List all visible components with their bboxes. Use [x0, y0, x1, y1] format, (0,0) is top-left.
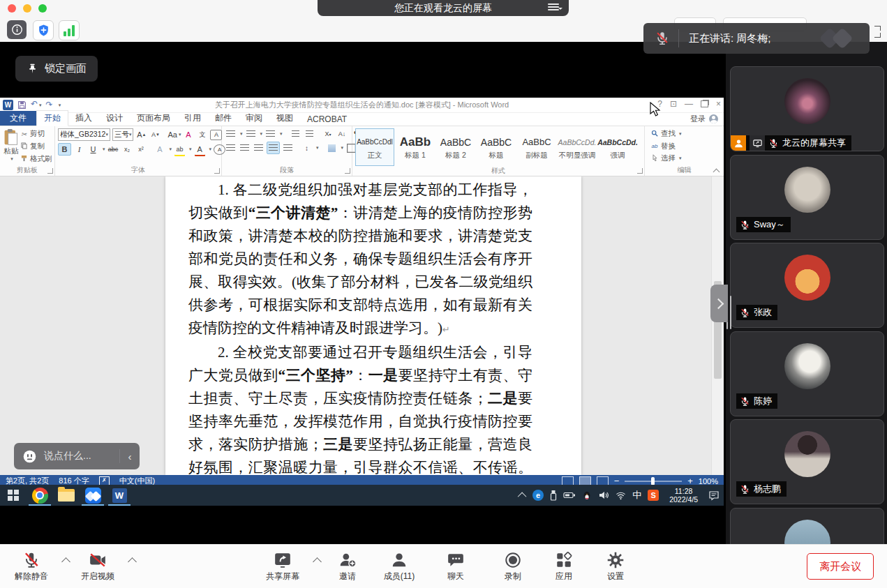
tab-设计[interactable]: 设计 [99, 111, 130, 126]
font-dialog-launcher[interactable] [214, 168, 220, 174]
close-button[interactable]: × [716, 99, 721, 109]
sign-in-label[interactable]: 登录 [690, 114, 706, 124]
usb-icon[interactable] [550, 490, 557, 501]
change-case-button[interactable]: Aa▾ [168, 129, 180, 140]
wifi-icon[interactable] [616, 491, 626, 500]
paragraph-dialog-launcher[interactable] [345, 168, 350, 174]
select-button[interactable]: 选择▾ [650, 153, 718, 163]
chevron-up-icon[interactable] [61, 557, 70, 566]
meeting-security-button[interactable] [33, 20, 54, 40]
decrease-indent-button[interactable] [290, 128, 301, 140]
tab-文件[interactable]: 文件 [0, 111, 36, 126]
shading-button[interactable] [326, 142, 338, 153]
cut-button[interactable]: ✂剪切 [20, 129, 52, 139]
participant-tile[interactable]: 陈婷 [730, 331, 884, 416]
record-button[interactable]: 录制 [485, 550, 541, 582]
tab-审阅[interactable]: 审阅 [239, 111, 269, 126]
chat-quick-input[interactable]: 说点什么... ‹ [14, 443, 140, 469]
collapse-chat-icon[interactable]: ‹ [120, 451, 140, 462]
clipboard-dialog-launcher[interactable] [47, 168, 53, 174]
taskbar-word-button[interactable]: W [106, 485, 133, 506]
style-标题[interactable]: AaBbC标题 [477, 128, 516, 166]
account-icon[interactable] [709, 114, 718, 123]
sort-button[interactable]: A↓ [336, 128, 348, 140]
network-stats-button[interactable] [59, 20, 80, 40]
speaker-icon[interactable] [598, 490, 609, 500]
word-scrollbar[interactable] [711, 176, 724, 475]
hamburger-menu-icon[interactable] [548, 3, 559, 12]
shrink-font-button[interactable]: A▼ [149, 129, 161, 140]
participant-tile[interactable]: 杨志鹏 [730, 419, 884, 504]
line-spacing-button[interactable]: ↕ [301, 142, 313, 153]
align-right-button[interactable] [253, 142, 264, 153]
numbering-button[interactable] [245, 128, 257, 140]
tab-视图[interactable]: 视图 [269, 111, 300, 126]
format-painter-button[interactable]: 格式刷 [20, 154, 52, 164]
taskbar-clock[interactable]: 11:28 2022/4/5 [665, 487, 702, 504]
superscript-button[interactable]: x² [135, 144, 147, 155]
asian-layout-button[interactable]: X▾ [322, 128, 334, 140]
underline-button[interactable]: U [87, 144, 99, 155]
battery-icon[interactable] [563, 491, 576, 499]
sidebar-collapse-button[interactable] [710, 285, 728, 322]
macos-close-button[interactable] [8, 4, 16, 13]
apps-button[interactable]: 应用 [536, 550, 592, 582]
tab-页面布局[interactable]: 页面布局 [130, 111, 177, 126]
restore-button[interactable] [701, 100, 708, 107]
style-副标题[interactable]: AaBbC副标题 [517, 128, 556, 166]
strikethrough-button[interactable]: abc [107, 144, 119, 155]
styles-dialog-launcher[interactable] [637, 168, 643, 174]
document-text[interactable]: 1. 各二级党组织加强对基层党支部的工作指导，切实做到“三个讲清楚”：讲清楚上海… [165, 176, 581, 475]
tab-插入[interactable]: 插入 [68, 111, 99, 126]
bullets-button[interactable] [225, 128, 237, 140]
tab-ACROBAT[interactable]: ACROBAT [300, 113, 354, 126]
leave-meeting-button[interactable]: 离开会议 [807, 553, 874, 580]
tab-邮件[interactable]: 邮件 [208, 111, 239, 126]
macos-minimize-button[interactable] [23, 4, 31, 13]
paste-button[interactable]: 粘贴 ▾ [3, 128, 20, 165]
chat-button[interactable]: 聊天 [428, 550, 484, 582]
copy-button[interactable]: 复制 [20, 142, 52, 151]
font-name-select[interactable]: 楷体_GB2312▾ [58, 128, 110, 141]
ribbon-collapse-button[interactable] [713, 169, 720, 173]
italic-button[interactable]: I [73, 144, 85, 155]
highlight-button[interactable]: ab [174, 144, 186, 155]
minimize-button[interactable]: — [685, 99, 693, 109]
align-center-button[interactable] [239, 142, 251, 153]
participant-tile[interactable]: 龙云的屏幕共享 [730, 66, 884, 151]
document-page[interactable]: 1. 各二级党组织加强对基层党支部的工作指导，切实做到“三个讲清楚”：讲清楚上海… [165, 176, 581, 475]
style-强调[interactable]: AaBbCcDd.强调 [598, 128, 637, 166]
tab-引用[interactable]: 引用 [177, 111, 208, 126]
align-left-button[interactable] [225, 142, 237, 153]
tab-开始[interactable]: 开始 [36, 110, 68, 126]
text-effects-button[interactable]: A [154, 144, 166, 155]
zoom-slider-thumb[interactable] [651, 477, 655, 485]
style-不明显强调[interactable]: AaBbCcDd.不明显强调 [558, 128, 597, 166]
taskbar-meeting-button[interactable] [80, 485, 106, 506]
style-标题 2[interactable]: AaBbC标题 2 [436, 128, 475, 166]
settings-button[interactable]: 设置 [588, 550, 643, 582]
start-video-button[interactable]: 开启视频 [70, 550, 126, 582]
unmute-button[interactable]: 解除静音 [3, 550, 59, 582]
action-center-icon[interactable] [708, 490, 720, 501]
pin-view-button[interactable]: 锁定画面 [15, 56, 98, 82]
taskbar-chrome-button[interactable] [27, 485, 53, 506]
emoji-icon[interactable] [22, 449, 37, 464]
font-size-select[interactable]: 三号▾ [112, 128, 134, 141]
ribbon-display-options-button[interactable]: ⊡ [670, 99, 677, 109]
grow-font-button[interactable]: A▲ [135, 129, 147, 140]
zoom-level[interactable]: 100% [699, 477, 718, 485]
sogou-icon[interactable]: S [648, 490, 659, 501]
fullscreen-expand-icon[interactable] [872, 26, 881, 38]
start-button[interactable] [0, 485, 27, 506]
taskbar-explorer-button[interactable] [53, 485, 80, 506]
distribute-button[interactable] [282, 142, 294, 153]
phonetic-guide-button[interactable]: 文 [196, 129, 208, 140]
tray-browser-icon[interactable]: e [532, 490, 544, 501]
chevron-up-icon[interactable] [128, 557, 137, 566]
participant-tile[interactable]: 张政 [730, 243, 884, 328]
replace-button[interactable]: ab替换 [650, 142, 718, 151]
participant-tile[interactable]: Sway～ [730, 155, 884, 240]
increase-indent-button[interactable] [304, 128, 315, 140]
meeting-info-button[interactable] [7, 20, 27, 39]
